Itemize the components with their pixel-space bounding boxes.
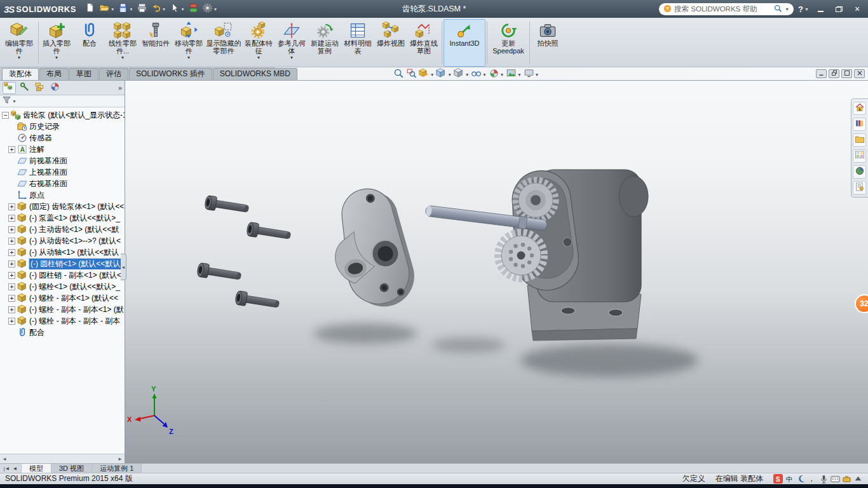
- dropdown-arrow-icon[interactable]: ▼: [121, 55, 125, 60]
- tree-item[interactable]: +(-) 泵盖<1> (默认<<默认>_: [0, 212, 125, 224]
- dropdown-arrow-icon[interactable]: ▼: [290, 55, 294, 60]
- dropdown-arrow-icon[interactable]: ▼: [129, 7, 133, 11]
- tree-item[interactable]: +(-) 主动齿轮<1> (默认<<默: [0, 224, 125, 235]
- dropdown-arrow-icon[interactable]: ▼: [447, 72, 451, 77]
- commandmanager-tab-0[interactable]: 装配体: [2, 68, 39, 80]
- tree-item[interactable]: 配合: [0, 327, 125, 338]
- design-library-button[interactable]: [853, 118, 866, 131]
- hide-show-items-button[interactable]: ▼: [470, 68, 487, 81]
- view-orientation-button[interactable]: ▼: [435, 68, 452, 81]
- tree-expander-icon[interactable]: +: [8, 249, 15, 256]
- options-button[interactable]: ▼: [201, 2, 219, 16]
- edit-appearance-button[interactable]: ▼: [488, 68, 505, 81]
- tree-expander-icon[interactable]: +: [8, 295, 15, 302]
- dropdown-arrow-icon[interactable]: ▼: [180, 7, 184, 11]
- rebuild-button[interactable]: [187, 2, 200, 16]
- minimize-button[interactable]: [813, 3, 827, 15]
- configurationmanager-tab[interactable]: [33, 82, 46, 94]
- dropdown-arrow-icon[interactable]: ▼: [111, 7, 114, 11]
- update-speedpak-button[interactable]: 更新 Speedpak: [489, 19, 528, 67]
- restore-button[interactable]: [832, 3, 846, 15]
- moon-tray-icon[interactable]: [796, 474, 806, 484]
- explode-line-sketch-button[interactable]: 爆炸直线草图: [407, 19, 440, 67]
- screw-2[interactable]: [246, 222, 291, 242]
- graphics-area[interactable]: Y X Z 32: [125, 81, 868, 463]
- search-icon[interactable]: [774, 4, 782, 14]
- zoom-fit-button[interactable]: [393, 68, 405, 81]
- dropdown-arrow-icon[interactable]: ▼: [257, 55, 261, 60]
- tree-item[interactable]: 上视基准面: [0, 166, 125, 178]
- maximize-doc-button[interactable]: [841, 69, 852, 78]
- view-palette-button[interactable]: [853, 149, 866, 163]
- featuremanager-tab[interactable]: [3, 82, 16, 94]
- keyboard-tray-icon[interactable]: [831, 474, 840, 484]
- tree-expander-icon[interactable]: +: [8, 261, 15, 268]
- assembly-features-button[interactable]: 装配体特征▼: [242, 19, 275, 67]
- undo-button[interactable]: ▼: [149, 2, 167, 16]
- bottom-tab-2[interactable]: 运动算例 1: [92, 464, 142, 473]
- tree-expander-icon[interactable]: +: [8, 146, 15, 153]
- smart-fasteners-button[interactable]: 智能扣件: [139, 19, 172, 67]
- select-button[interactable]: ▼: [168, 2, 186, 16]
- dropdown-arrow-icon[interactable]: ▼: [465, 72, 469, 77]
- tree-expander-icon[interactable]: +: [8, 306, 15, 313]
- screw-1[interactable]: [204, 195, 249, 215]
- mic-tray-icon[interactable]: [819, 474, 829, 484]
- dropdown-arrow-icon[interactable]: ▼: [430, 72, 434, 77]
- tree-item[interactable]: 前视基准面: [0, 155, 125, 166]
- help-search-box[interactable]: ? 搜索 SOLIDWORKS 帮助 ▼: [659, 3, 794, 15]
- tree-item[interactable]: +(-) 螺栓 - 副本<1> (默认<<: [0, 292, 125, 304]
- tab-scroll-left-icon[interactable]: ◄: [13, 466, 18, 471]
- toolbox-tray-icon[interactable]: [842, 474, 851, 484]
- tree-item[interactable]: +(-) 螺栓<1> (默认<<默认>_: [0, 281, 125, 292]
- zoom-area-button[interactable]: [405, 68, 417, 81]
- tree-expander-icon[interactable]: +: [8, 272, 15, 279]
- dropdown-arrow-icon[interactable]: ▼: [214, 7, 217, 11]
- close-button[interactable]: ×: [850, 3, 864, 15]
- section-view-button[interactable]: ▼: [418, 68, 435, 81]
- home-button[interactable]: [853, 102, 866, 115]
- up-tray-icon[interactable]: [853, 474, 863, 484]
- sogou-tray-icon[interactable]: S: [773, 474, 783, 484]
- scroll-right-icon[interactable]: ►: [118, 456, 123, 462]
- tree-item[interactable]: 历史记录: [0, 121, 125, 132]
- appearances-button[interactable]: [853, 165, 866, 179]
- view-settings-button[interactable]: ▼: [523, 68, 539, 81]
- show-hidden-components-button[interactable]: 显示隐藏的零部件: [205, 19, 242, 67]
- dropdown-arrow-icon[interactable]: ▼: [55, 55, 58, 60]
- screw-4[interactable]: [234, 290, 280, 311]
- take-snapshot-button[interactable]: 拍快照: [531, 19, 564, 67]
- tree-item[interactable]: 原点: [0, 189, 125, 201]
- dropdown-arrow-icon[interactable]: ▼: [17, 55, 21, 60]
- close-doc-button[interactable]: [854, 69, 865, 78]
- dropdown-arrow-icon[interactable]: ▼: [482, 72, 486, 77]
- propertymanager-tab[interactable]: [18, 82, 31, 94]
- tree-expander-icon[interactable]: +: [8, 318, 15, 325]
- dropdown-arrow-icon[interactable]: ▼: [187, 55, 191, 60]
- help-button[interactable]: ?▼: [798, 4, 809, 14]
- tree-item[interactable]: 右视基准面: [0, 178, 125, 189]
- commandmanager-tab-1[interactable]: 布局: [39, 68, 69, 80]
- edit-component-button[interactable]: 编辑零部件▼: [1, 19, 37, 67]
- bottom-tab-1[interactable]: 3D 视图: [51, 464, 92, 473]
- tree-item-selected[interactable]: +(-) 圆柱销<1> (默认<<默认: [0, 258, 125, 269]
- print-button[interactable]: [135, 2, 149, 16]
- tree-expander-icon[interactable]: +: [8, 215, 15, 222]
- tree-expander-icon[interactable]: +: [8, 238, 15, 245]
- comma-tray-icon[interactable]: ,: [808, 474, 817, 484]
- zh-tray-icon[interactable]: 中: [785, 474, 794, 484]
- open-button[interactable]: ▼: [98, 2, 116, 16]
- tree-item[interactable]: +(-) 从动齿轮<1>-->? (默认<: [0, 235, 125, 247]
- tree-expander-icon[interactable]: +: [8, 226, 15, 233]
- file-explorer-button[interactable]: [853, 133, 866, 147]
- tree-item[interactable]: +(固定) 齿轮泵体<1> (默认<<: [0, 201, 125, 212]
- dropdown-arrow-icon[interactable]: ▼: [500, 72, 504, 77]
- apply-scene-button[interactable]: ▼: [505, 68, 522, 81]
- bottom-tab-0[interactable]: 模型: [22, 464, 51, 473]
- reference-geometry-button[interactable]: 参考几何体▼: [275, 19, 308, 67]
- commandmanager-tab-5[interactable]: SOLIDWORKS MBD: [213, 68, 297, 80]
- search-dropdown-icon[interactable]: ▼: [785, 7, 789, 11]
- insert-components-button[interactable]: 插入零部件▼: [40, 19, 73, 67]
- commandmanager-tab-2[interactable]: 草图: [69, 68, 98, 80]
- instant3d-button[interactable]: Instant3D: [444, 19, 485, 67]
